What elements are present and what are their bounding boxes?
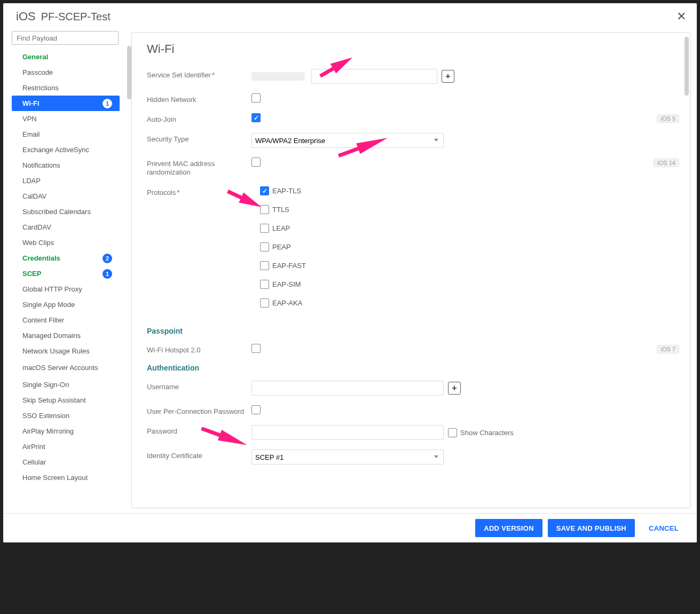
header: iOS PF-SCEP-Test ✕	[3, 3, 697, 29]
row-security: Security Type	[147, 133, 675, 148]
sidebar-item-web-clips[interactable]: Web Clips	[12, 235, 120, 250]
protocol-eap-tls: EAP-TLS	[260, 186, 306, 195]
search-input[interactable]	[12, 31, 119, 45]
sidebar-item-wi-fi[interactable]: Wi-Fi1	[12, 96, 120, 111]
password-input[interactable]	[251, 425, 444, 440]
add-version-button[interactable]: ADD VERSION	[475, 519, 542, 537]
sidebar-item-exchange-activesync[interactable]: Exchange ActiveSync	[12, 142, 120, 158]
identity-cert-select[interactable]	[251, 450, 444, 465]
ios-version-badge: iOS 5	[657, 114, 679, 123]
sidebar-item-cellular[interactable]: Cellular	[12, 454, 120, 470]
add-icon[interactable]: +	[442, 70, 454, 83]
protocol-checkbox[interactable]	[260, 224, 269, 233]
row-macrand: Prevent MAC address randomization iOS 14	[147, 158, 675, 177]
required-icon: *	[212, 71, 215, 79]
sidebar-item-single-sign-on[interactable]: Single Sign-On	[12, 377, 120, 392]
username-input[interactable]	[251, 381, 444, 396]
sidebar-item-notifications[interactable]: Notifications	[12, 158, 120, 173]
sidebar-item-label: Web Clips	[22, 239, 112, 247]
sidebar-item-label: Managed Domains	[22, 332, 112, 340]
ssid-input[interactable]	[311, 69, 437, 84]
auth-heading: Authentication	[147, 364, 675, 372]
sidebar-item-macos-server-accounts[interactable]: macOS Server Accounts	[12, 359, 120, 377]
close-icon[interactable]: ✕	[677, 11, 686, 22]
password-label: Password	[147, 425, 251, 435]
protocol-checkbox[interactable]	[260, 205, 269, 214]
sidebar-item-content-filter[interactable]: Content Filter	[12, 312, 120, 328]
sidebar-item-label: Global HTTP Proxy	[22, 285, 112, 293]
hidden-checkbox[interactable]	[251, 93, 261, 103]
sidebar-item-label: Credentials	[22, 254, 103, 262]
protocol-label: PEAP	[272, 243, 291, 251]
row-idcert: Identity Certificate	[147, 450, 675, 465]
sidebar-item-skip-setup-assistant[interactable]: Skip Setup Assistant	[12, 392, 120, 408]
perconn-label: User Per-Connection Password	[147, 405, 251, 415]
add-icon[interactable]: +	[448, 382, 461, 395]
protocol-label: TTLS	[272, 206, 289, 214]
sidebar-item-label: AirPlay Mirroring	[22, 427, 112, 435]
sidebar-item-label: SSO Extension	[22, 412, 112, 420]
row-username: Username +	[147, 381, 675, 396]
sidebar-item-network-usage-rules[interactable]: Network Usage Rules	[12, 343, 120, 359]
ios-version-badge: iOS 14	[654, 159, 679, 167]
perconn-checkbox[interactable]	[251, 405, 261, 414]
protocol-checkbox[interactable]	[260, 280, 269, 289]
row-hidden: Hidden Network	[147, 93, 675, 104]
protocol-checkbox[interactable]	[260, 261, 269, 270]
sidebar-item-restrictions[interactable]: Restrictions	[12, 80, 120, 96]
required-icon: *	[177, 188, 179, 196]
sidebar-item-label: AirPrint	[22, 443, 112, 451]
sidebar-item-label: Content Filter	[22, 316, 112, 324]
sidebar-item-subscribed-calendars[interactable]: Subscribed Calendars	[12, 204, 120, 219]
sidebar-item-label: Notifications	[22, 161, 112, 169]
sidebar-item-email[interactable]: Email	[12, 127, 120, 142]
sidebar-item-label: Network Usage Rules	[22, 347, 112, 355]
sidebar-item-label: Passcode	[22, 68, 112, 76]
profile-editor-window: iOS PF-SCEP-Test ✕ GeneralPasscodeRestri…	[3, 3, 697, 542]
cancel-button[interactable]: CANCEL	[640, 519, 687, 537]
sidebar-item-label: Skip Setup Assistant	[22, 396, 112, 404]
sidebar-item-ldap[interactable]: LDAP	[12, 173, 120, 188]
protocol-checkbox[interactable]	[260, 186, 269, 195]
save-publish-button[interactable]: SAVE AND PUBLISH	[548, 519, 635, 537]
ssid-masked-value	[251, 72, 305, 81]
sidebar-item-airplay-mirroring[interactable]: AirPlay Mirroring	[12, 423, 120, 439]
sidebar-item-label: Exchange ActiveSync	[22, 146, 112, 154]
macrand-checkbox[interactable]	[251, 158, 261, 167]
sidebar-item-single-app-mode[interactable]: Single App Mode	[12, 297, 120, 312]
showchars-checkbox[interactable]	[448, 428, 457, 437]
sidebar-item-general[interactable]: General	[12, 49, 120, 65]
row-autojoin: Auto-Join iOS 5	[147, 113, 675, 123]
sidebar-item-carddav[interactable]: CardDAV	[12, 219, 120, 235]
platform-label: iOS	[16, 10, 36, 23]
protocol-eap-fast: EAP-FAST	[260, 261, 306, 270]
protocol-ttls: TTLS	[260, 205, 306, 214]
protocol-checkbox[interactable]	[260, 298, 269, 308]
protocol-checkbox[interactable]	[260, 242, 269, 251]
sidebar-item-global-http-proxy[interactable]: Global HTTP Proxy	[12, 281, 120, 297]
sidebar-item-label: Cellular	[22, 458, 112, 466]
sidebar-item-label: Restrictions	[22, 84, 112, 92]
sidebar-item-sso-extension[interactable]: SSO Extension	[12, 408, 120, 423]
sidebar-item-label: Email	[22, 130, 112, 138]
row-perconn: User Per-Connection Password	[147, 405, 675, 415]
ssid-label: Service Set Identifier	[147, 71, 211, 79]
sidebar-scrollbar[interactable]	[127, 46, 131, 99]
sidebar-item-credentials[interactable]: Credentials2	[12, 250, 120, 266]
payload-sidebar: GeneralPasscodeRestrictionsWi-Fi1VPNEmai…	[3, 29, 128, 508]
protocol-eap-aka: EAP-AKA	[260, 298, 306, 308]
sidebar-item-passcode[interactable]: Passcode	[12, 65, 120, 80]
security-type-select[interactable]	[251, 133, 444, 148]
hotspot-checkbox[interactable]	[251, 344, 261, 353]
sidebar-item-managed-domains[interactable]: Managed Domains	[12, 328, 120, 343]
sidebar-item-label: CardDAV	[22, 223, 112, 231]
count-badge: 1	[103, 99, 112, 108]
sidebar-item-caldav[interactable]: CalDAV	[12, 188, 120, 204]
sidebar-item-airprint[interactable]: AirPrint	[12, 439, 120, 454]
sidebar-item-scep[interactable]: SCEP1	[12, 266, 120, 281]
autojoin-checkbox[interactable]	[251, 113, 261, 122]
security-label: Security Type	[147, 133, 251, 143]
protocol-label: LEAP	[272, 224, 290, 232]
sidebar-item-home-screen-layout[interactable]: Home Screen Layout	[12, 470, 120, 485]
sidebar-item-vpn[interactable]: VPN	[12, 111, 120, 127]
